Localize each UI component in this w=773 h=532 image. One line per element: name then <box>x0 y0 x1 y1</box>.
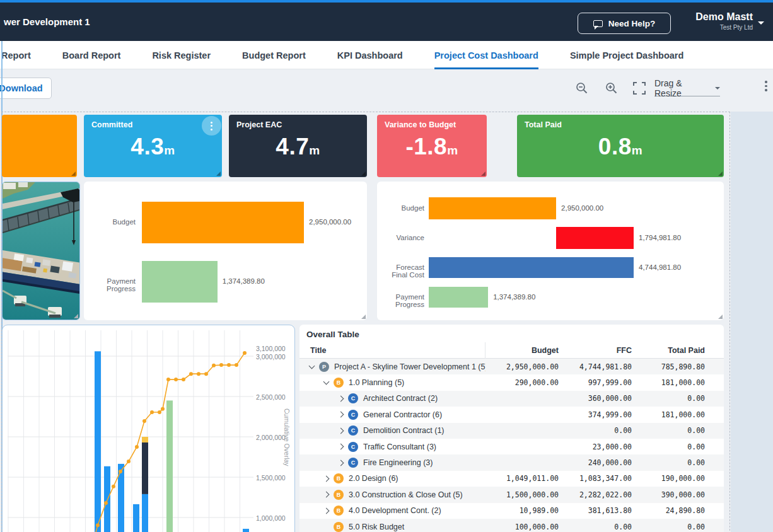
column-header-total-paid: Total Paid <box>632 346 724 355</box>
combo-chart-plot <box>3 325 294 532</box>
cumulative-line-point[interactable] <box>158 410 161 414</box>
cumulative-line-point[interactable] <box>189 372 193 376</box>
combo-bar-segment[interactable] <box>142 442 148 494</box>
kpi-card-variance-to-budget[interactable]: Variance to Budget-1.8m <box>377 115 487 177</box>
tab-project-cost-dashboard[interactable]: Project Cost Dashboard <box>434 41 538 69</box>
table-row[interactable]: B3.0 Construction & Close Out (5)1,500,0… <box>299 487 724 502</box>
zoom-in-icon[interactable] <box>605 81 619 95</box>
cell-total-paid: 785,890.80 <box>632 362 724 371</box>
table-row[interactable]: B5.0 Risk Budget100,000.000.000.00 <box>299 519 724 532</box>
bar-budget[interactable] <box>429 197 556 219</box>
chevron-down-icon[interactable] <box>323 379 330 385</box>
cell-total-paid: 181,000.00 <box>632 378 724 387</box>
chevron-right-icon[interactable] <box>338 444 344 450</box>
cumulative-line-point[interactable] <box>174 378 178 381</box>
bar-budget[interactable] <box>142 202 304 243</box>
tab-board-report[interactable]: Board Report <box>62 41 121 69</box>
kpi-kebab-menu[interactable] <box>202 116 221 136</box>
combo-bar-segment[interactable] <box>95 351 101 532</box>
zoom-out-icon[interactable] <box>575 81 589 95</box>
kpi-card-total-paid[interactable]: Total Paid0.8m <box>517 115 724 177</box>
column-header-ffc: FFC <box>559 346 632 355</box>
cumulative-line-point[interactable] <box>182 378 185 381</box>
table-row[interactable]: CDemolition Contract (1)0.000.00 <box>299 423 724 439</box>
cumulative-line-point[interactable] <box>127 460 131 463</box>
table-row[interactable]: B1.0 Planning (5)290,000.00997,999.00181… <box>299 374 724 390</box>
cumulative-line-point[interactable] <box>197 372 201 376</box>
kpi-card-project-eac[interactable]: Project EAC4.7m <box>229 115 367 177</box>
cell-ffc: 381,613.80 <box>559 506 632 515</box>
kpi-value: 4.7m <box>229 134 367 160</box>
kpi-value: 0.8m <box>517 134 724 160</box>
y-axis-tick-label: 3,000,000 <box>256 353 286 361</box>
tab-bar: ReportBoard ReportRisk RegisterBudget Re… <box>0 41 773 69</box>
kpi-card-untitled[interactable] <box>2 115 77 177</box>
cumulative-line-point[interactable] <box>212 364 216 367</box>
fullscreen-icon[interactable] <box>632 81 646 95</box>
tab-budget-report[interactable]: Budget Report <box>242 41 306 69</box>
cumulative-line-point[interactable] <box>161 407 165 411</box>
cumulative-line-point[interactable] <box>227 363 231 367</box>
bar-value-label: 4,744,981.80 <box>639 263 681 271</box>
chevron-down-icon[interactable] <box>309 362 315 369</box>
chevron-right-icon[interactable] <box>323 492 330 498</box>
drag-resize-dropdown[interactable]: Drag & Resize <box>654 80 720 96</box>
table-row[interactable]: PProject A - Skyline Tower Development 1… <box>299 359 724 374</box>
combo-bar-segment[interactable] <box>243 529 249 532</box>
chevron-right-icon[interactable] <box>338 396 344 402</box>
toolbar-kebab-menu[interactable] <box>762 81 770 96</box>
table-row[interactable]: CArchitect Contract (2)360,000.000.00 <box>299 391 724 407</box>
chevron-right-icon[interactable] <box>338 412 344 418</box>
resize-handle[interactable] <box>718 315 723 319</box>
cumulative-line-point[interactable] <box>96 523 100 527</box>
combo-bar-segment[interactable] <box>166 400 173 532</box>
combo-bar-segment[interactable] <box>142 437 148 442</box>
cumulative-line-point[interactable] <box>112 485 115 489</box>
cumulative-line-point[interactable] <box>104 501 108 505</box>
budget-vs-payment-chart: Budget2,950,000.00Payment Progress1,374,… <box>84 182 367 320</box>
resize-handle[interactable] <box>718 171 723 176</box>
bar-forecast-final-cost[interactable] <box>429 257 634 278</box>
chevron-right-icon[interactable] <box>338 427 344 434</box>
bar-value-label: 2,950,000.00 <box>561 204 603 212</box>
cumulative-line-point[interactable] <box>142 419 146 423</box>
cumulative-line-point[interactable] <box>166 378 170 381</box>
chevron-right-icon[interactable] <box>323 507 330 514</box>
tab-simple-project-dashboard[interactable]: Simple Project Dashboard <box>570 41 684 69</box>
cumulative-line-point[interactable] <box>119 470 122 473</box>
bar-payment-progress[interactable] <box>429 287 488 308</box>
table-row[interactable]: CGeneral Contractor (6)374,999.00181,000… <box>299 407 724 422</box>
tab-risk-register[interactable]: Risk Register <box>152 41 211 69</box>
cumulative-line-point[interactable] <box>235 363 238 367</box>
chevron-right-icon[interactable] <box>323 476 330 482</box>
combo-bar-segment[interactable] <box>133 504 139 532</box>
table-row[interactable]: B4.0 Development Cont. (2)10,989.00381,6… <box>299 503 724 519</box>
resize-handle[interactable] <box>216 171 221 176</box>
tab-report[interactable]: Report <box>1 41 31 69</box>
table-row[interactable]: B2.0 Design (6)1,049,011.001,083,347.001… <box>299 471 724 487</box>
cumulative-line-point[interactable] <box>135 445 139 449</box>
cumulative-line-point[interactable] <box>204 372 208 376</box>
user-menu-caret-icon[interactable] <box>758 21 764 28</box>
table-row[interactable]: CFire Engineering (3)240,000.000.00 <box>299 454 724 470</box>
resize-handle[interactable] <box>71 171 76 176</box>
bar-variance[interactable] <box>556 227 634 249</box>
combo-bar-segment[interactable] <box>142 494 148 532</box>
resize-handle[interactable] <box>361 315 366 319</box>
chevron-right-icon[interactable] <box>338 460 344 466</box>
download-button[interactable]: Download <box>0 78 52 99</box>
user-menu[interactable]: Demo Mastt Test Pty Ltd <box>695 11 753 31</box>
kpi-card-committed[interactable]: Committed4.3m <box>84 115 222 177</box>
bar-payment-progress[interactable] <box>142 261 218 303</box>
resize-handle[interactable] <box>481 171 485 176</box>
resize-handle[interactable] <box>74 314 78 318</box>
cumulative-line-point[interactable] <box>150 410 154 414</box>
tab-kpi-dashboard[interactable]: KPI Dashboard <box>337 41 403 69</box>
cell-total-paid: 24,890.80 <box>632 506 724 515</box>
cumulative-line-point[interactable] <box>243 351 247 355</box>
cell-total-paid: 181,000.00 <box>632 410 724 419</box>
need-help-button[interactable]: Need Help? <box>578 13 671 34</box>
cumulative-line-point[interactable] <box>219 363 223 367</box>
resize-handle[interactable] <box>361 171 366 176</box>
table-row[interactable]: CTraffic Consultant (3)23,000.000.00 <box>299 439 724 454</box>
